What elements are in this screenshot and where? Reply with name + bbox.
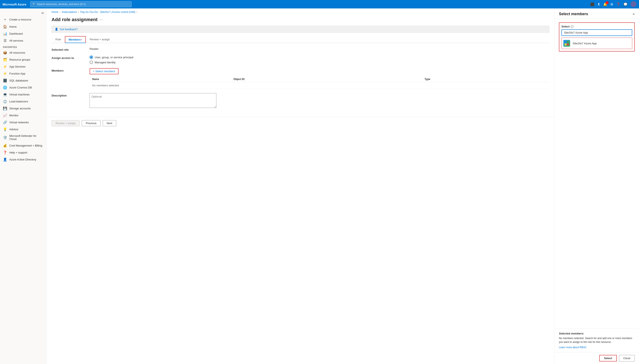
- radio-managed-identity-label: Managed identity: [95, 61, 116, 64]
- sidebar-item-storage-accounts[interactable]: 💾 Storage accounts: [0, 105, 46, 112]
- tab-role[interactable]: Role: [52, 36, 65, 43]
- radio-circle-managed: [90, 60, 93, 64]
- content-area: Home › Subscriptions › Pay-As-You-Go - S…: [47, 8, 639, 364]
- notification-count: 1: [606, 1, 608, 4]
- sidebar-item-all-resources[interactable]: 📦 All resources: [0, 49, 46, 56]
- sidebar-item-create-resource[interactable]: ＋ Create a resource: [0, 16, 46, 23]
- radio-user-group[interactable]: User, group, or service principal: [90, 56, 549, 59]
- right-panel: Select members × Select i: [554, 8, 639, 364]
- sidebar-item-app-services[interactable]: ⚡ App Services: [0, 63, 46, 70]
- tab-members[interactable]: Members•: [65, 36, 86, 43]
- next-button[interactable]: Next: [103, 120, 116, 126]
- radio-user-group-label: User, group, or service principal: [95, 56, 133, 59]
- sidebar-item-home[interactable]: 🏠 Home: [0, 23, 46, 30]
- upload-icon[interactable]: ⬆: [597, 2, 600, 6]
- notifications-icon[interactable]: 🔔 1: [603, 2, 607, 6]
- tab-members-label: Members: [69, 38, 81, 41]
- review-assign-button[interactable]: Review + assign: [52, 120, 80, 126]
- breadcrumb-subscriptions[interactable]: Subscriptions: [62, 10, 77, 14]
- help-icon[interactable]: ❓: [616, 2, 620, 6]
- user-avatar[interactable]: [630, 1, 636, 7]
- members-row: Members + Select members Name Object ID …: [52, 68, 549, 89]
- sidebar-cost-management-label: Cost Management + Billing: [9, 144, 42, 147]
- breadcrumb-sep-1: ›: [60, 10, 61, 14]
- sidebar-item-active-directory[interactable]: 👤 Azure Active Directory: [0, 156, 46, 163]
- description-textarea[interactable]: [90, 93, 216, 108]
- select-info-icon[interactable]: i: [570, 25, 573, 28]
- sidebar-item-defender[interactable]: 🛡️ Microsoft Defender for Cloud: [0, 133, 46, 142]
- assign-access-label: Assign access to: [52, 56, 85, 60]
- select-label: Select i: [561, 25, 632, 28]
- selected-role-value: Reader: [90, 47, 549, 50]
- learn-more-rbac-link[interactable]: Learn more about RBAC: [559, 346, 587, 349]
- monitor-icon: 📈: [3, 114, 7, 118]
- sidebar-monitor-label: Monitor: [9, 114, 18, 117]
- settings-icon[interactable]: ⚙: [610, 2, 613, 6]
- sidebar-item-cost-management[interactable]: 💰 Cost Management + Billing: [0, 142, 46, 149]
- select-search-input[interactable]: [561, 29, 632, 36]
- search-result-item[interactable]: Site24x7 Azure App: [561, 38, 632, 49]
- no-members-text: No members selected: [90, 82, 549, 89]
- tab-review-assign[interactable]: Review + assign: [86, 36, 114, 43]
- previous-button[interactable]: Previous: [82, 120, 101, 126]
- feedback-icon-person: 👤: [55, 28, 58, 31]
- breadcrumb-home[interactable]: Home: [52, 10, 58, 14]
- sidebar-item-load-balancers[interactable]: ⚖️ Load balancers: [0, 98, 46, 105]
- breadcrumb-iam[interactable]: Pay-As-You-Go - Site24x7 | Access contro…: [80, 10, 135, 14]
- all-services-icon: ☰: [3, 39, 7, 43]
- sidebar-item-resource-groups[interactable]: 🗂️ Resource groups: [0, 56, 46, 63]
- svg-rect-3: [567, 44, 569, 46]
- sidebar-item-help-support[interactable]: ❓ Help + support: [0, 149, 46, 156]
- sidebar-item-monitor[interactable]: 📈 Monitor: [0, 112, 46, 119]
- panel-select-button[interactable]: Select: [599, 355, 616, 362]
- sidebar-function-app-label: Function App: [9, 72, 25, 75]
- page-title: Add role assignment: [52, 17, 98, 22]
- advisor-icon: 💡: [3, 127, 7, 131]
- sidebar-item-advisor[interactable]: 💡 Advisor: [0, 126, 46, 133]
- tab-required-dot: •: [81, 38, 82, 41]
- sidebar-item-dashboard[interactable]: 📊 Dashboard: [0, 30, 46, 37]
- page-menu-icon[interactable]: ···: [100, 18, 103, 22]
- form-section: Selected role Reader Assign access to Us…: [47, 43, 554, 117]
- home-icon: 🏠: [3, 25, 7, 29]
- tabs-container: Role Members• Review + assign: [52, 36, 549, 43]
- sidebar-virtual-networks-label: Virtual networks: [9, 121, 29, 124]
- cloud-shell-icon[interactable]: ⬛: [590, 2, 594, 6]
- close-panel-button[interactable]: ×: [632, 12, 635, 16]
- sidebar-item-cosmos-db[interactable]: 🌐 Azure Cosmos DB: [0, 84, 46, 91]
- sidebar-item-virtual-machines[interactable]: 💻 Virtual machines: [0, 91, 46, 98]
- sidebar-item-sql-databases[interactable]: 🗄️ SQL databases: [0, 77, 46, 84]
- top-navigation: Microsoft Azure 🔍 Search resources, serv…: [0, 0, 639, 8]
- sql-databases-icon: 🗄️: [3, 78, 7, 82]
- selected-members-label: Selected members:: [559, 332, 635, 335]
- sidebar-item-virtual-networks[interactable]: 🔗 Virtual networks: [0, 119, 46, 126]
- radio-managed-identity[interactable]: Managed identity: [90, 60, 549, 64]
- sidebar-dashboard-label: Dashboard: [9, 32, 23, 35]
- select-members-button[interactable]: + Select members: [90, 68, 119, 74]
- feedback-icon[interactable]: 💬: [623, 2, 627, 6]
- sidebar-storage-accounts-label: Storage accounts: [9, 107, 31, 110]
- cost-management-icon: 💰: [3, 144, 7, 148]
- search-bar[interactable]: 🔍 Search resources, services, and docs (…: [30, 1, 132, 7]
- app-services-icon: ⚡: [3, 64, 7, 68]
- function-app-icon: ⚡: [3, 72, 7, 76]
- sidebar-item-all-services[interactable]: ☰ All services: [0, 37, 46, 44]
- right-panel-body: Select i: [555, 19, 639, 328]
- main-layout: ≪ ＋ Create a resource 🏠 Home 📊 Dashboard…: [0, 8, 639, 364]
- right-panel-footer: Selected members: No members selected. S…: [555, 328, 639, 352]
- favorites-section-header: FAVORITES: [0, 44, 46, 49]
- sidebar-create-resource-label: Create a resource: [9, 18, 31, 21]
- virtual-networks-icon: 🔗: [3, 120, 7, 124]
- sidebar-active-directory-label: Azure Active Directory: [9, 158, 36, 161]
- panel-close-button[interactable]: Close: [619, 355, 635, 362]
- search-area: Select i: [559, 22, 635, 52]
- description-value: [90, 93, 549, 108]
- search-icon: 🔍: [33, 3, 36, 6]
- sidebar-item-function-app[interactable]: ⚡ Function App: [0, 70, 46, 77]
- sidebar-collapse-button[interactable]: ≪: [0, 10, 46, 16]
- table-header-name: Name: [90, 76, 231, 82]
- sidebar-virtual-machines-label: Virtual machines: [9, 93, 30, 96]
- feedback-text[interactable]: Got feedback?: [60, 28, 78, 31]
- sidebar: ≪ ＋ Create a resource 🏠 Home 📊 Dashboard…: [0, 8, 47, 364]
- selected-members-desc: No members selected. Search for and add …: [559, 336, 635, 344]
